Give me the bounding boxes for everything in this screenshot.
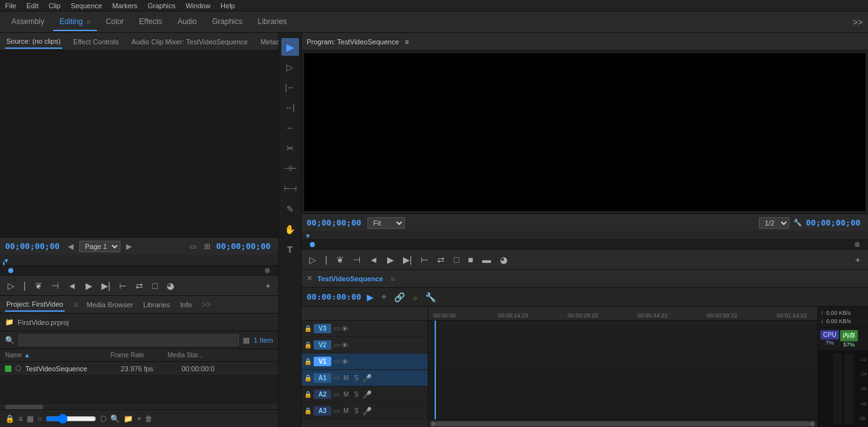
track-a3-lock[interactable]: 🔒 xyxy=(304,407,312,414)
source-loop[interactable]: ⇄ xyxy=(133,279,146,292)
source-tab-source[interactable]: Source: (no clips) xyxy=(5,35,62,49)
track-v2-sync[interactable]: ▭ xyxy=(333,341,340,349)
tool-slip[interactable]: ⊣⊢ xyxy=(281,160,299,177)
source-prev-btn[interactable]: ◀ xyxy=(66,241,75,252)
project-tab-project[interactable]: Project: FirstVideo xyxy=(5,298,65,312)
program-safe-margins[interactable]: □ xyxy=(451,253,461,266)
track-a3-name[interactable]: A3 xyxy=(314,406,331,416)
tool-razor[interactable]: ✂ xyxy=(281,139,299,157)
tab-graphics[interactable]: Graphics xyxy=(206,13,249,31)
menu-help[interactable]: Help xyxy=(220,2,235,10)
track-v3-eye[interactable]: 👁 xyxy=(341,325,348,333)
menu-sequence[interactable]: Sequence xyxy=(71,2,103,10)
source-next-edit[interactable]: ⊢ xyxy=(117,279,129,292)
menu-markers[interactable]: Markers xyxy=(112,2,137,10)
program-timecode-left[interactable]: 00;00;00;00 xyxy=(307,218,364,227)
program-step-fwd[interactable]: ◄ xyxy=(367,253,381,266)
tl-scroll-right[interactable] xyxy=(810,421,815,426)
timeline-menu-icon[interactable]: ≡ xyxy=(391,275,395,283)
program-next-edit[interactable]: ⊢ xyxy=(418,253,431,266)
project-filter-icon[interactable]: ⬡ xyxy=(100,414,106,423)
program-insert[interactable]: ■ xyxy=(466,253,476,266)
source-mark-out[interactable]: | xyxy=(21,279,29,292)
source-safe-margins[interactable]: □ xyxy=(150,279,160,292)
timeline-timecode[interactable]: 00:00:00:00 xyxy=(307,292,361,302)
tab-audio[interactable]: Audio xyxy=(171,13,203,31)
track-a1-solo[interactable]: S xyxy=(352,374,361,382)
project-item-testvideo[interactable]: ⬡ TestVideoSequence 23.976 fps 00:00:00:… xyxy=(0,362,278,376)
tab-editing[interactable]: Editing ≡ xyxy=(53,13,97,31)
source-timecode-right[interactable]: 00;00;00;00 xyxy=(216,241,273,251)
tool-slide[interactable]: ⊢⊣ xyxy=(281,180,299,198)
track-v1-eye[interactable]: 👁 xyxy=(341,358,348,366)
program-mark-out[interactable]: | xyxy=(322,253,330,266)
track-v2-lock[interactable]: 🔒 xyxy=(304,341,312,348)
track-a3-mic[interactable]: 🎤 xyxy=(362,407,372,416)
source-step-fwd[interactable]: ◄ xyxy=(65,279,79,292)
program-overwrite[interactable]: ▬ xyxy=(480,253,494,266)
program-timecode-right[interactable]: 00;00;00;00 xyxy=(806,218,863,227)
track-a3-mute[interactable]: M xyxy=(341,407,350,415)
source-tc-multiview[interactable]: ⊞ xyxy=(202,241,212,252)
track-a2-sync[interactable]: ▭ xyxy=(333,390,340,398)
project-icon-view-btn[interactable]: ▦ xyxy=(27,414,34,423)
program-add-btn[interactable]: + xyxy=(853,253,863,266)
program-step-back[interactable]: ⊣ xyxy=(350,253,363,266)
project-more-icon[interactable]: >> xyxy=(202,300,211,309)
program-play[interactable]: ▶ xyxy=(385,253,397,266)
tool-ripple-edit[interactable]: |↔ xyxy=(281,79,299,96)
source-step-back[interactable]: ⊣ xyxy=(49,279,61,292)
workspace-more-button[interactable]: >> xyxy=(853,17,863,27)
project-thumbnail-icon[interactable]: ▦ xyxy=(243,336,250,345)
track-a2-mic[interactable]: 🎤 xyxy=(362,390,372,399)
track-a1-mic[interactable]: 🎤 xyxy=(362,374,372,383)
tl-wrench-tool[interactable]: 🔧 xyxy=(423,291,438,303)
track-a1-lock[interactable]: 🔒 xyxy=(304,374,312,381)
project-tab-libraries[interactable]: Libraries xyxy=(142,298,171,311)
menu-edit[interactable]: Edit xyxy=(27,2,39,10)
program-settings-icon[interactable]: 🔧 xyxy=(793,219,802,227)
project-free-speech-icon[interactable]: ○ xyxy=(37,414,42,423)
tab-effects[interactable]: Effects xyxy=(133,13,169,31)
program-play-to[interactable]: ▶| xyxy=(400,253,415,266)
source-timecode[interactable]: 00;00;00;00 xyxy=(5,241,62,251)
menu-clip[interactable]: Clip xyxy=(49,2,61,10)
project-zoom-slider[interactable] xyxy=(46,414,96,424)
source-tab-effects[interactable]: Effect Controls xyxy=(72,35,120,48)
source-tab-audiomixer[interactable]: Audio Clip Mixer: TestVideoSequence xyxy=(131,35,250,48)
track-v1-sync[interactable]: ▭ xyxy=(333,357,340,366)
tool-track-select[interactable]: ▷ xyxy=(281,58,299,76)
project-search-btn[interactable]: 🔍 xyxy=(110,414,120,423)
menu-file[interactable]: File xyxy=(5,2,16,10)
program-mark-in[interactable]: ▷ xyxy=(307,253,319,266)
tl-scroll-left[interactable] xyxy=(431,421,436,426)
source-add-btn[interactable]: + xyxy=(263,279,273,292)
tool-hand[interactable]: ✋ xyxy=(281,220,299,238)
track-v3-lock[interactable]: 🔒 xyxy=(304,325,312,332)
project-search-input[interactable] xyxy=(18,335,239,346)
program-prev-edit[interactable]: ❦ xyxy=(334,253,347,266)
timeline-scrollbar[interactable] xyxy=(428,419,817,427)
tl-link-tool[interactable]: 🔗 xyxy=(392,291,407,303)
track-v3-name[interactable]: V3 xyxy=(314,324,331,333)
project-list-view-icon[interactable]: ≡ xyxy=(18,414,23,423)
tl-scroll-thumb[interactable] xyxy=(436,421,810,426)
program-resolution-dropdown[interactable]: 1/2 Full 1/4 xyxy=(759,217,789,229)
program-loop[interactable]: ⇄ xyxy=(435,253,447,266)
tl-select-tool[interactable]: ▶ xyxy=(365,291,376,303)
tool-type[interactable]: T xyxy=(281,241,299,258)
track-a2-lock[interactable]: 🔒 xyxy=(304,391,312,398)
source-play-in[interactable]: ▶| xyxy=(99,279,113,292)
track-v1-lock[interactable]: 🔒 xyxy=(304,358,312,365)
track-a2-mute[interactable]: M xyxy=(341,390,350,398)
source-prev-edit[interactable]: ❦ xyxy=(32,279,45,292)
tool-rate-stretch[interactable]: ↔ xyxy=(281,119,299,137)
tab-assembly[interactable]: Assembly xyxy=(5,13,51,31)
track-a2-solo[interactable]: S xyxy=(352,390,361,398)
track-a3-sync[interactable]: ▭ xyxy=(333,407,340,415)
project-lock-icon[interactable]: 🔒 xyxy=(5,414,15,423)
timeline-close-icon[interactable]: ✕ xyxy=(307,274,312,283)
source-next-btn[interactable]: ▶ xyxy=(124,241,134,252)
track-v3-sync[interactable]: ▭ xyxy=(333,324,340,333)
track-a1-sync[interactable]: ▭ xyxy=(333,374,340,382)
